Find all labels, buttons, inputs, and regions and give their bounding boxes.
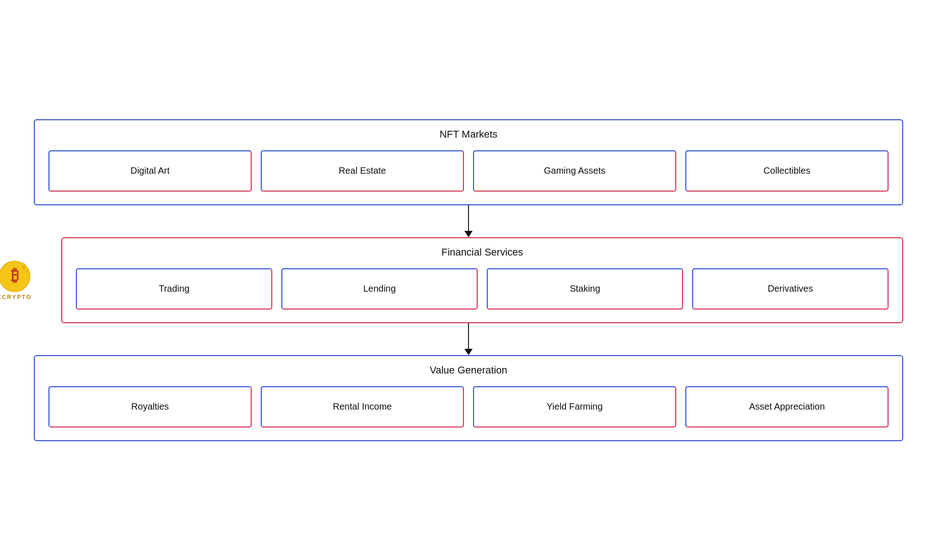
- arrow-head-2: [464, 349, 473, 355]
- financial-items-row: Trading Lending Staking Derivatives: [76, 268, 889, 309]
- arrow-2: [464, 323, 473, 355]
- svg-point-3: [24, 263, 26, 265]
- diagram-container: NFT Markets Digital Art Real Estate Gami…: [34, 119, 903, 441]
- item-rental-income: Rental Income: [261, 386, 464, 427]
- item-derivatives: Derivatives: [692, 268, 889, 309]
- value-generation-group: Value Generation Royalties Rental Income…: [34, 355, 903, 441]
- nft-markets-title: NFT Markets: [48, 128, 889, 140]
- item-gaming-assets: Gaming Assets: [473, 150, 676, 192]
- value-items-row: Royalties Rental Income Yield Farming As…: [48, 386, 889, 427]
- svg-point-1: [22, 265, 25, 269]
- nft-items-row: Digital Art Real Estate Gaming Assets Co…: [48, 150, 889, 192]
- item-digital-art: Digital Art: [48, 150, 252, 192]
- watermark-text: ZCRYPTO: [0, 293, 32, 300]
- watermark: ₿ ZCRYPTO: [0, 260, 32, 300]
- item-yield-farming: Yield Farming: [473, 386, 676, 427]
- item-trading: Trading: [76, 268, 272, 309]
- financial-services-title: Financial Services: [76, 246, 889, 258]
- arrow-line-1: [468, 205, 469, 231]
- arrow-head-1: [464, 231, 473, 237]
- svg-text:₿: ₿: [11, 267, 18, 284]
- item-lending: Lending: [281, 268, 478, 309]
- item-royalties: Royalties: [48, 386, 252, 427]
- nft-markets-group: NFT Markets Digital Art Real Estate Gami…: [34, 119, 903, 205]
- value-generation-title: Value Generation: [48, 364, 889, 376]
- bitcoin-logo-icon: ₿: [0, 260, 31, 292]
- svg-point-2: [26, 270, 28, 273]
- item-collectibles: Collectibles: [685, 150, 889, 192]
- arrow-line-2: [468, 323, 469, 349]
- financial-services-group: Financial Services Trading Lending Staki…: [61, 237, 903, 323]
- item-staking: Staking: [487, 268, 683, 309]
- item-real-estate: Real Estate: [261, 150, 464, 192]
- item-asset-appreciation: Asset Appreciation: [685, 386, 889, 427]
- arrow-1: [464, 205, 473, 237]
